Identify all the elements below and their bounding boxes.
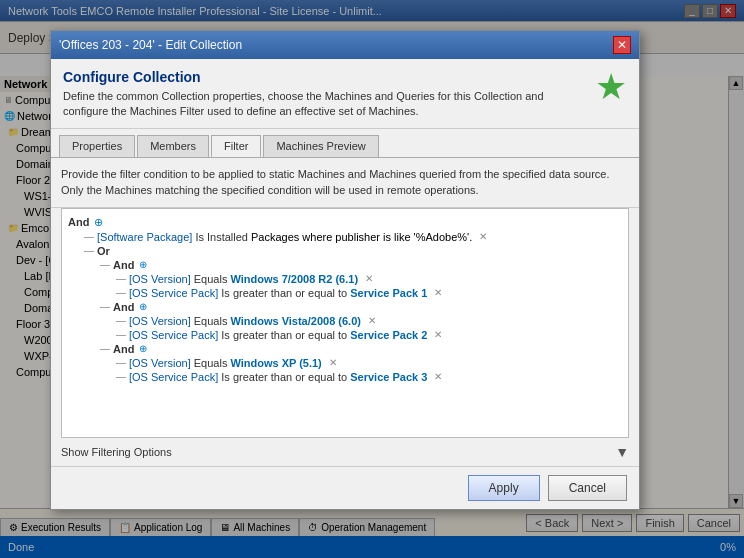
- show-filtering-label: Show Filtering Options: [61, 446, 172, 458]
- tree-node-sp2: — [OS Service Pack] Is greater than or e…: [68, 328, 622, 342]
- tree-op-equals1: Equals: [194, 273, 228, 285]
- dialog-header: Configure Collection Define the common C…: [51, 59, 639, 129]
- dialog-header-text: Configure Collection Define the common C…: [63, 69, 587, 120]
- dialog-tabs: Properties Members Filter Machines Previ…: [51, 129, 639, 158]
- tree-field-os1: [OS Version]: [129, 273, 191, 285]
- dialog-footer: Apply Cancel: [51, 467, 639, 509]
- modal-overlay: 'Offices 203 - 204' - Edit Collection ✕ …: [0, 0, 744, 558]
- and1-label: And: [113, 259, 134, 271]
- dialog-title: 'Offices 203 - 204' - Edit Collection: [59, 38, 242, 52]
- tree-remove-os3[interactable]: ✕: [329, 357, 337, 368]
- tree-dash-icon8: —: [116, 329, 126, 340]
- edit-collection-dialog: 'Offices 203 - 204' - Edit Collection ✕ …: [50, 30, 640, 510]
- and-label: And: [68, 216, 89, 228]
- tree-dash-icon: —: [84, 231, 94, 242]
- tab-machines-preview[interactable]: Machines Preview: [263, 135, 378, 157]
- tree-node-sp3: — [OS Service Pack] Is greater than or e…: [68, 370, 622, 384]
- tree-node-os2: — [OS Version] Equals Windows Vista/2008…: [68, 314, 622, 328]
- cancel-button[interactable]: Cancel: [548, 475, 627, 501]
- tree-op-gte2: Is greater than or equal to: [221, 329, 347, 341]
- tree-dash-icon6: —: [100, 301, 110, 312]
- tree-node-and1: — And ⊕: [68, 258, 622, 272]
- tree-remove-os2[interactable]: ✕: [368, 315, 376, 326]
- tree-op-gte1: Is greater than or equal to: [221, 287, 347, 299]
- or-label: Or: [97, 245, 110, 257]
- tree-field-os2: [OS Version]: [129, 315, 191, 327]
- tree-value-software: Packages where publisher is like '%Adobe…: [251, 231, 472, 243]
- dialog-header-desc: Define the common Collection properties,…: [63, 89, 587, 120]
- tree-remove-sp2[interactable]: ✕: [434, 329, 442, 340]
- show-filtering-arrow-icon: ▼: [615, 444, 629, 460]
- tree-node-sp1: — [OS Service Pack] Is greater than or e…: [68, 286, 622, 300]
- tree-node-or: — Or: [68, 244, 622, 258]
- tree-op-installed: Is Installed: [195, 231, 248, 243]
- tree-dash-icon10: —: [116, 357, 126, 368]
- show-filtering-options[interactable]: Show Filtering Options ▼: [51, 438, 639, 467]
- tree-dash-icon2: —: [84, 245, 94, 256]
- tab-filter[interactable]: Filter: [211, 135, 261, 157]
- tab-properties[interactable]: Properties: [59, 135, 135, 157]
- and-add-icon[interactable]: ⊕: [94, 216, 103, 229]
- tree-value-os3: Windows XP (5.1): [230, 357, 321, 369]
- tree-dash-icon7: —: [116, 315, 126, 326]
- tree-dash-icon9: —: [100, 343, 110, 354]
- tree-dash-icon3: —: [100, 259, 110, 270]
- apply-button[interactable]: Apply: [468, 475, 540, 501]
- tree-dash-icon5: —: [116, 287, 126, 298]
- tree-value-os1: Windows 7/2008 R2 (6.1): [230, 273, 358, 285]
- tree-remove-os1[interactable]: ✕: [365, 273, 373, 284]
- tree-field-os3: [OS Version]: [129, 357, 191, 369]
- tree-node-and2: — And ⊕: [68, 300, 622, 314]
- tree-remove-sp1[interactable]: ✕: [434, 287, 442, 298]
- tree-dash-icon4: —: [116, 273, 126, 284]
- tree-remove-software[interactable]: ✕: [479, 231, 487, 242]
- tree-node-and-root: And ⊕: [68, 215, 622, 230]
- tree-field-software: [Software Package]: [97, 231, 192, 243]
- tree-dash-icon11: —: [116, 371, 126, 382]
- tree-value-sp1: Service Pack 1: [350, 287, 427, 299]
- tree-node-and3: — And ⊕: [68, 342, 622, 356]
- tree-value-sp3: Service Pack 3: [350, 371, 427, 383]
- tree-field-sp2: [OS Service Pack]: [129, 329, 218, 341]
- and3-add-icon[interactable]: ⊕: [139, 343, 147, 354]
- tree-op-gte3: Is greater than or equal to: [221, 371, 347, 383]
- tree-op-equals3: Equals: [194, 357, 228, 369]
- and2-label: And: [113, 301, 134, 313]
- tree-node-os3: — [OS Version] Equals Windows XP (5.1) ✕: [68, 356, 622, 370]
- filter-description: Provide the filter condition to be appli…: [51, 158, 639, 208]
- and1-add-icon[interactable]: ⊕: [139, 259, 147, 270]
- tree-node-software: — [Software Package] Is Installed Packag…: [68, 230, 622, 244]
- tree-value-sp2: Service Pack 2: [350, 329, 427, 341]
- tree-field-sp3: [OS Service Pack]: [129, 371, 218, 383]
- filter-tree: And ⊕ — [Software Package] Is Installed …: [61, 208, 629, 438]
- tree-node-os1: — [OS Version] Equals Windows 7/2008 R2 …: [68, 272, 622, 286]
- and2-add-icon[interactable]: ⊕: [139, 301, 147, 312]
- tree-op-equals2: Equals: [194, 315, 228, 327]
- and3-label: And: [113, 343, 134, 355]
- tab-members[interactable]: Members: [137, 135, 209, 157]
- star-icon: ★: [595, 69, 627, 105]
- tree-value-os2: Windows Vista/2008 (6.0): [230, 315, 361, 327]
- dialog-header-title: Configure Collection: [63, 69, 587, 85]
- tree-remove-sp3[interactable]: ✕: [434, 371, 442, 382]
- dialog-close-button[interactable]: ✕: [613, 36, 631, 54]
- tree-field-sp1: [OS Service Pack]: [129, 287, 218, 299]
- dialog-titlebar: 'Offices 203 - 204' - Edit Collection ✕: [51, 31, 639, 59]
